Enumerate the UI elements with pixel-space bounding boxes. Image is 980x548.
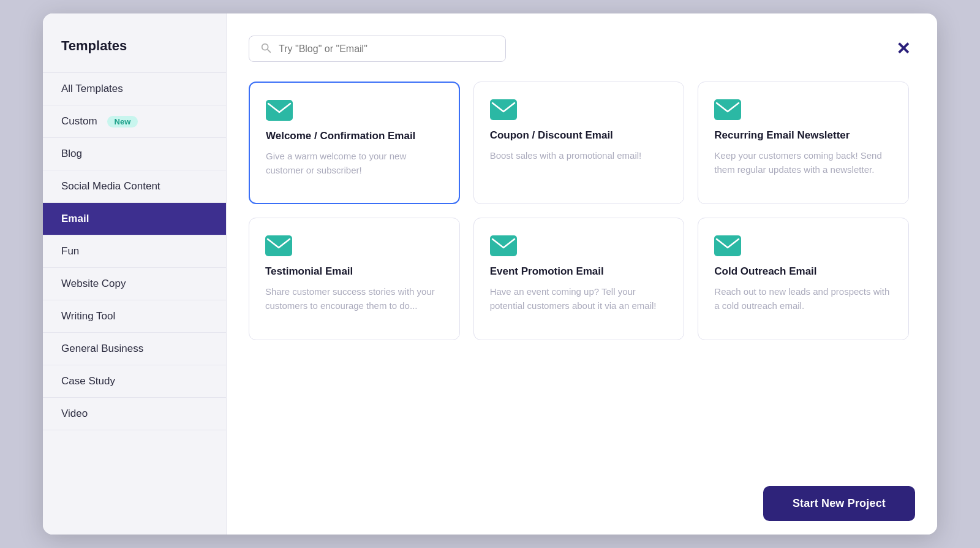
svg-rect-3 bbox=[490, 99, 517, 120]
card-icon bbox=[714, 99, 892, 123]
email-icon bbox=[265, 235, 292, 256]
sidebar-item-label: Social Media Content bbox=[61, 180, 160, 192]
card-title: Event Promotion Email bbox=[490, 265, 668, 278]
card-desc: Boost sales with a promotional email! bbox=[490, 148, 668, 162]
sidebar-item-general-business[interactable]: General Business bbox=[43, 333, 226, 365]
close-button[interactable]: ✕ bbox=[891, 38, 915, 60]
card-coupon-email[interactable]: Coupon / Discount Email Boost sales with… bbox=[473, 82, 685, 204]
sidebar-item-social-media[interactable]: Social Media Content bbox=[43, 170, 226, 203]
sidebar-item-all-templates[interactable]: All Templates bbox=[43, 72, 226, 105]
card-cold-outreach-email[interactable]: Cold Outreach Email Reach out to new lea… bbox=[698, 218, 909, 340]
sidebar-item-blog[interactable]: Blog bbox=[43, 138, 226, 170]
card-desc: Keep your customers coming back! Send th… bbox=[714, 148, 892, 177]
badge-new: New bbox=[107, 116, 138, 127]
card-desc: Have an event coming up? Tell your poten… bbox=[490, 284, 668, 313]
sidebar-item-label: All Templates bbox=[61, 83, 123, 95]
email-icon bbox=[490, 235, 517, 256]
svg-rect-1 bbox=[266, 100, 293, 121]
card-title: Cold Outreach Email bbox=[714, 265, 892, 278]
start-new-project-button[interactable]: Start New Project bbox=[763, 486, 915, 521]
search-icon bbox=[260, 42, 271, 55]
card-title: Coupon / Discount Email bbox=[490, 129, 668, 142]
header-row: ✕ bbox=[249, 36, 915, 62]
svg-point-0 bbox=[262, 44, 268, 50]
main-content: ✕ Welcome / Confirmation Email Give a wa… bbox=[227, 13, 937, 535]
email-icon bbox=[266, 100, 293, 121]
card-title: Welcome / Confirmation Email bbox=[266, 129, 443, 143]
sidebar-item-fun[interactable]: Fun bbox=[43, 235, 226, 268]
sidebar-item-email[interactable]: Email bbox=[43, 203, 226, 235]
cards-grid: Welcome / Confirmation Email Give a warm… bbox=[249, 82, 909, 414]
card-icon bbox=[490, 235, 668, 259]
sidebar-item-case-study[interactable]: Case Study bbox=[43, 365, 226, 398]
svg-rect-7 bbox=[265, 235, 292, 256]
card-event-email[interactable]: Event Promotion Email Have an event comi… bbox=[473, 218, 685, 340]
card-title: Recurring Email Newsletter bbox=[714, 129, 892, 142]
sidebar-item-label: Website Copy bbox=[61, 278, 126, 290]
email-icon bbox=[714, 99, 741, 120]
svg-rect-9 bbox=[490, 235, 517, 256]
card-icon bbox=[265, 235, 443, 259]
card-desc: Give a warm welcome to your new customer… bbox=[266, 149, 443, 178]
email-icon bbox=[714, 235, 741, 256]
search-bar bbox=[249, 36, 506, 62]
sidebar-item-label: Writing Tool bbox=[61, 310, 115, 322]
sidebar-item-label: Custom bbox=[61, 115, 97, 127]
sidebar-item-label: Case Study bbox=[61, 375, 115, 387]
sidebar-item-label: Fun bbox=[61, 245, 79, 257]
sidebar-item-writing-tool[interactable]: Writing Tool bbox=[43, 300, 226, 333]
card-icon bbox=[490, 99, 668, 123]
sidebar: Templates All TemplatesCustomNewBlogSoci… bbox=[43, 13, 227, 535]
sidebar-title: Templates bbox=[43, 38, 226, 72]
search-input[interactable] bbox=[279, 44, 494, 55]
svg-rect-5 bbox=[714, 99, 741, 120]
footer: Start New Project bbox=[410, 473, 937, 535]
cards-area: Welcome / Confirmation Email Give a warm… bbox=[249, 82, 915, 535]
card-icon bbox=[266, 100, 443, 123]
card-newsletter-email[interactable]: Recurring Email Newsletter Keep your cus… bbox=[698, 82, 909, 204]
email-icon bbox=[490, 99, 517, 120]
card-testimonial-email[interactable]: Testimonial Email Share customer success… bbox=[249, 218, 460, 340]
svg-rect-11 bbox=[714, 235, 741, 256]
card-desc: Reach out to new leads and prospects wit… bbox=[714, 284, 892, 313]
sidebar-item-label: Video bbox=[61, 408, 88, 420]
sidebar-item-website-copy[interactable]: Website Copy bbox=[43, 268, 226, 300]
card-welcome-email[interactable]: Welcome / Confirmation Email Give a warm… bbox=[249, 82, 460, 204]
sidebar-item-custom[interactable]: CustomNew bbox=[43, 105, 226, 138]
sidebar-item-label: Email bbox=[61, 213, 89, 225]
card-desc: Share customer success stories with your… bbox=[265, 284, 443, 313]
modal: Templates All TemplatesCustomNewBlogSoci… bbox=[43, 13, 937, 535]
card-icon bbox=[714, 235, 892, 259]
sidebar-item-label: Blog bbox=[61, 148, 82, 160]
sidebar-item-video[interactable]: Video bbox=[43, 398, 226, 430]
sidebar-item-label: General Business bbox=[61, 343, 143, 355]
card-title: Testimonial Email bbox=[265, 265, 443, 278]
